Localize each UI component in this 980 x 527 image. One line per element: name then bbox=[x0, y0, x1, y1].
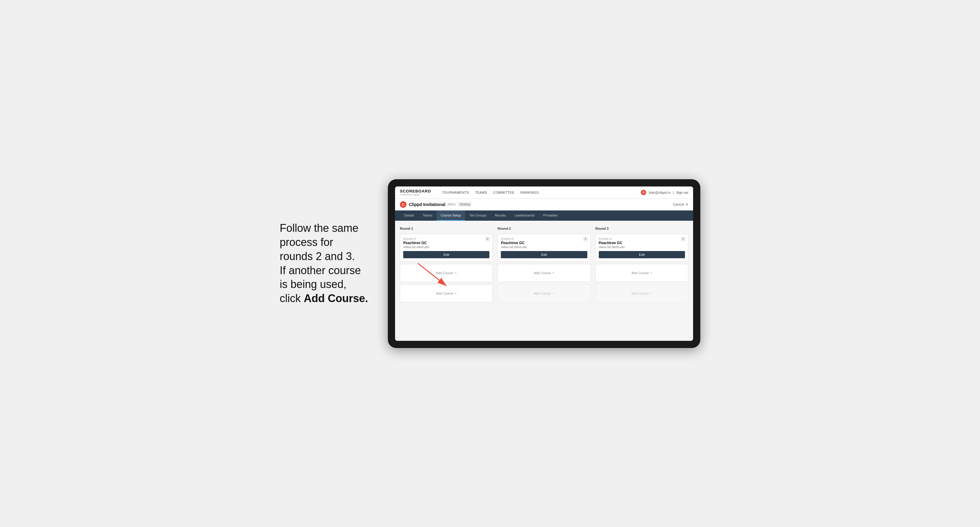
instruction-line6: click Add Course. bbox=[280, 292, 368, 305]
plus-icon-r2-2: + bbox=[552, 291, 555, 295]
round-1-title: Round 1 bbox=[400, 227, 493, 230]
user-email: blair@clippd.io bbox=[649, 190, 670, 194]
round-2-course-details: Yellow (M) (6629 yds) bbox=[501, 246, 587, 249]
main-content: Round 1 ✕ (Course A) Peachtree GC Yellow… bbox=[395, 221, 693, 341]
nav-tournaments[interactable]: TOURNAMENTS bbox=[442, 190, 469, 194]
sub-header-left: C Clippd Invitational (Men) Hosting bbox=[400, 201, 472, 208]
men-badge: (Men) bbox=[448, 203, 455, 206]
plus-icon-r1-2: + bbox=[455, 291, 457, 295]
round-3-column: Round 3 ✕ (Course A) Peachtree GC Yellow… bbox=[595, 227, 688, 302]
tab-leaderboards[interactable]: Leaderboards bbox=[510, 211, 539, 221]
tab-results[interactable]: Results bbox=[491, 211, 510, 221]
round-2-course-name: Peachtree GC bbox=[501, 241, 587, 245]
instruction-line4: If another course bbox=[280, 264, 361, 276]
top-nav: SCOREBOARD Powered by clippd TOURNAMENTS… bbox=[395, 186, 693, 199]
instruction-line1: Follow the same bbox=[280, 222, 358, 234]
tablet-screen: SCOREBOARD Powered by clippd TOURNAMENTS… bbox=[395, 186, 693, 341]
instruction-text: Follow the same process for rounds 2 and… bbox=[280, 221, 376, 306]
tournament-name: Clippd Invitational bbox=[409, 202, 445, 207]
logo-title: SCOREBOARD bbox=[400, 189, 431, 194]
round-2-course-card: ✕ (Course A) Peachtree GC Yellow (M) (66… bbox=[498, 234, 590, 262]
rounds-grid: Round 1 ✕ (Course A) Peachtree GC Yellow… bbox=[400, 227, 688, 302]
close-icon: ✕ bbox=[685, 202, 688, 206]
round-2-course-label: (Course A) bbox=[501, 237, 587, 240]
tab-bar: Details Teams Course Setup Tee Groups Re… bbox=[395, 211, 693, 221]
round-1-course-details: Yellow (M) (6629 yds) bbox=[403, 246, 489, 249]
nav-separator: | bbox=[673, 190, 674, 194]
round-3-edit-button[interactable]: Edit bbox=[599, 251, 685, 258]
round-1-add-course-1[interactable]: Add Course + bbox=[400, 264, 493, 282]
tab-course-setup[interactable]: Course Setup bbox=[436, 211, 465, 221]
plus-icon-r1-1: + bbox=[455, 271, 457, 275]
round-1-edit-button[interactable]: Edit bbox=[403, 251, 489, 258]
instruction-line3: rounds 2 and 3. bbox=[280, 250, 355, 262]
round-2-title: Round 2 bbox=[498, 227, 590, 230]
tablet-frame: SCOREBOARD Powered by clippd TOURNAMENTS… bbox=[388, 179, 700, 348]
round-3-delete-icon[interactable]: ✕ bbox=[681, 237, 686, 241]
round-2-delete-icon[interactable]: ✕ bbox=[583, 237, 588, 241]
plus-icon-r3-2: + bbox=[650, 291, 652, 295]
nav-committee[interactable]: COMMITTEE bbox=[493, 190, 515, 194]
tab-tee-groups[interactable]: Tee Groups bbox=[465, 211, 491, 221]
round-1-course-card: ✕ (Course A) Peachtree GC Yellow (M) (66… bbox=[400, 234, 493, 262]
sub-header: C Clippd Invitational (Men) Hosting Canc… bbox=[395, 199, 693, 211]
round-3-add-course-2: Add Course + bbox=[595, 284, 688, 302]
top-nav-links: TOURNAMENTS TEAMS COMMITTEE RANKINGS bbox=[442, 190, 634, 194]
user-avatar: B bbox=[641, 190, 646, 195]
round-2-add-course-2: Add Course + bbox=[498, 284, 590, 302]
round-2-edit-button[interactable]: Edit bbox=[501, 251, 587, 258]
instruction-line5: is being used, bbox=[280, 278, 347, 290]
tab-details[interactable]: Details bbox=[400, 211, 418, 221]
round-3-course-name: Peachtree GC bbox=[599, 241, 685, 245]
instruction-line2: process for bbox=[280, 236, 333, 248]
round-1-column: Round 1 ✕ (Course A) Peachtree GC Yellow… bbox=[400, 227, 493, 302]
round-1-add-course-2[interactable]: Add Course + bbox=[400, 284, 493, 302]
page-wrapper: Follow the same process for rounds 2 and… bbox=[280, 179, 700, 348]
round-3-add-course-1[interactable]: Add Course + bbox=[595, 264, 688, 282]
round-3-course-label: (Course A) bbox=[599, 237, 685, 240]
nav-teams[interactable]: TEAMS bbox=[475, 190, 487, 194]
plus-icon-r3-1: + bbox=[650, 271, 652, 275]
round-1-delete-icon[interactable]: ✕ bbox=[485, 237, 490, 241]
round-3-course-details: Yellow (M) (6629 yds) bbox=[599, 246, 685, 249]
plus-icon-r2-1: + bbox=[552, 271, 555, 275]
tab-teams[interactable]: Teams bbox=[418, 211, 436, 221]
round-3-title: Round 3 bbox=[595, 227, 688, 230]
instruction-line6-bold: Add Course. bbox=[304, 292, 368, 305]
top-nav-right: B blair@clippd.io | Sign out bbox=[641, 190, 688, 195]
logo-sub: Powered by clippd bbox=[400, 194, 431, 196]
round-1-course-name: Peachtree GC bbox=[403, 241, 489, 245]
clippd-icon: C bbox=[400, 201, 406, 208]
instruction-line6-prefix: click bbox=[280, 292, 304, 305]
round-2-add-course-1[interactable]: Add Course + bbox=[498, 264, 590, 282]
sign-out-link[interactable]: Sign out bbox=[676, 190, 688, 194]
round-3-course-card: ✕ (Course A) Peachtree GC Yellow (M) (66… bbox=[595, 234, 688, 262]
hosting-badge: Hosting bbox=[458, 202, 472, 206]
tab-printables[interactable]: Printables bbox=[539, 211, 562, 221]
scoreboard-logo: SCOREBOARD Powered by clippd bbox=[400, 189, 431, 196]
nav-rankings[interactable]: RANKINGS bbox=[520, 190, 539, 194]
cancel-button[interactable]: Cancel ✕ bbox=[673, 202, 688, 206]
round-2-column: Round 2 ✕ (Course A) Peachtree GC Yellow… bbox=[498, 227, 590, 302]
round-1-course-label: (Course A) bbox=[403, 237, 489, 240]
